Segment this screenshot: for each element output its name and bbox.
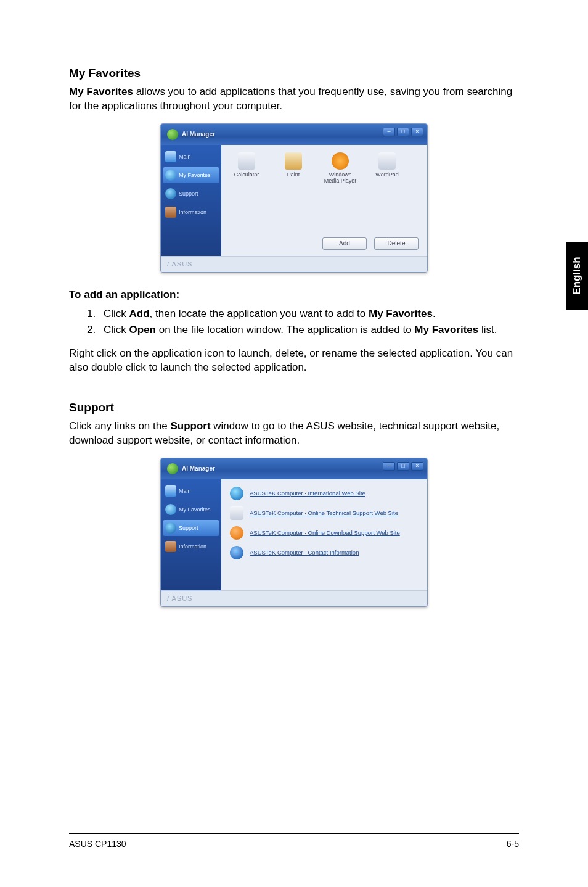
step-1: Click Add, then locate the application y… xyxy=(99,306,519,322)
paragraph-fav-intro: My Favorites allows you to add applicati… xyxy=(69,85,519,113)
window-body: Main My Favorites Support Information Ca… xyxy=(161,145,427,256)
favorites-content: Calculator Paint Windows Media Player Wo… xyxy=(221,145,427,256)
paragraph-sup-intro: Click any links on the Support window to… xyxy=(69,419,519,448)
information-icon xyxy=(165,207,176,218)
favorite-paint[interactable]: Paint xyxy=(277,152,310,184)
screenshot-favorites-wrap: AI Manager – □ × Main My Favorites Suppo… xyxy=(69,123,519,273)
support-link-row-2: ASUSTeK Computer · Online Technical Supp… xyxy=(230,506,419,520)
close-button-2[interactable]: × xyxy=(411,462,423,471)
ai-manager-window-support: AI Manager – □ × Main My Favorites Suppo… xyxy=(160,458,428,607)
page-footer: ASUS CP1130 6-5 xyxy=(69,833,519,849)
support-content: ASUSTeK Computer · International Web Sit… xyxy=(221,479,427,590)
window-controls-2: – □ × xyxy=(383,462,423,471)
close-button[interactable]: × xyxy=(411,128,423,136)
sidebar-item-information[interactable]: Information xyxy=(163,204,219,220)
paint-icon xyxy=(285,152,302,170)
paragraph-fav-outro: Right click on the application icon to l… xyxy=(69,347,519,375)
app-logo-icon xyxy=(167,129,178,140)
window-titlebar: AI Manager – □ × xyxy=(161,124,427,145)
minimize-button-2[interactable]: – xyxy=(383,462,395,471)
support-link-row-3: ASUSTeK Computer · Online Download Suppo… xyxy=(230,526,419,540)
window-footer: / ASUS xyxy=(161,256,427,272)
footer-right: 6-5 xyxy=(507,839,519,849)
add-button[interactable]: Add xyxy=(322,237,367,250)
document-page: English My Favorites My Favorites allows… xyxy=(0,0,588,887)
sidebar: Main My Favorites Support Information xyxy=(161,145,221,256)
sidebar-item-main-2[interactable]: Main xyxy=(163,483,219,499)
favorite-wmp[interactable]: Windows Media Player xyxy=(324,152,357,184)
bold-my-favorites: My Favorites xyxy=(69,86,133,97)
heading-my-favorites: My Favorites xyxy=(69,67,519,80)
tech-support-icon xyxy=(230,506,243,520)
window-body-2: Main My Favorites Support Information AS… xyxy=(161,479,427,590)
heading-support: Support xyxy=(69,401,519,415)
footer-left: ASUS CP1130 xyxy=(69,839,126,849)
window-titlebar-2: AI Manager – □ × xyxy=(161,458,427,479)
support-link-international[interactable]: ASUSTeK Computer · International Web Sit… xyxy=(250,490,365,497)
language-tab: English xyxy=(566,242,588,310)
delete-button[interactable]: Delete xyxy=(374,237,419,250)
favorites-icon xyxy=(165,170,176,181)
sidebar-item-support[interactable]: Support xyxy=(163,186,219,202)
favorites-grid: Calculator Paint Windows Media Player Wo… xyxy=(230,152,419,184)
ai-manager-window-favorites: AI Manager – □ × Main My Favorites Suppo… xyxy=(160,123,428,273)
main-icon-2 xyxy=(165,485,176,497)
window-title-text: AI Manager xyxy=(182,131,215,138)
wordpad-icon xyxy=(378,152,396,170)
subheading-add-app: To add an application: xyxy=(69,289,519,301)
window-controls: – □ × xyxy=(383,128,423,136)
calculator-icon xyxy=(238,152,255,170)
sidebar-item-favorites-2[interactable]: My Favorites xyxy=(163,501,219,518)
favorites-icon-2 xyxy=(165,504,176,515)
sidebar-item-information-2[interactable]: Information xyxy=(163,538,219,555)
sidebar-2: Main My Favorites Support Information xyxy=(161,479,221,590)
support-icon-2 xyxy=(165,522,176,534)
support-link-contact[interactable]: ASUSTeK Computer · Contact Information xyxy=(250,549,359,556)
support-links-list: ASUSTeK Computer · International Web Sit… xyxy=(230,487,419,559)
support-link-row-1: ASUSTeK Computer · International Web Sit… xyxy=(230,487,419,500)
support-link-technical[interactable]: ASUSTeK Computer · Online Technical Supp… xyxy=(250,510,398,516)
information-icon-2 xyxy=(165,541,176,552)
language-tab-label: English xyxy=(571,257,583,294)
window-footer-2: / ASUS xyxy=(161,590,427,606)
screenshot-support-wrap: AI Manager – □ × Main My Favorites Suppo… xyxy=(69,458,519,607)
support-link-row-4: ASUSTeK Computer · Contact Information xyxy=(230,546,419,559)
maximize-button-2[interactable]: □ xyxy=(397,462,409,471)
app-logo-icon-2 xyxy=(167,463,178,474)
main-icon xyxy=(165,151,176,162)
step-2: Click Open on the file location window. … xyxy=(99,322,519,338)
sidebar-item-support-2[interactable]: Support xyxy=(163,520,219,536)
favorites-button-row: Add Delete xyxy=(322,237,419,250)
globe-icon xyxy=(230,487,243,500)
favorite-calculator[interactable]: Calculator xyxy=(230,152,263,184)
window-title-text-2: AI Manager xyxy=(182,465,215,472)
contact-icon xyxy=(230,546,243,559)
download-icon xyxy=(230,526,243,540)
sidebar-item-favorites[interactable]: My Favorites xyxy=(163,167,219,183)
minimize-button[interactable]: – xyxy=(383,128,395,136)
steps-list: Click Add, then locate the application y… xyxy=(99,306,519,338)
media-player-icon xyxy=(332,152,349,170)
favorite-wordpad[interactable]: WordPad xyxy=(370,152,404,184)
sidebar-item-main[interactable]: Main xyxy=(163,149,219,165)
maximize-button[interactable]: □ xyxy=(397,128,409,136)
support-link-download[interactable]: ASUSTeK Computer · Online Download Suppo… xyxy=(250,529,400,536)
support-icon xyxy=(165,188,176,199)
